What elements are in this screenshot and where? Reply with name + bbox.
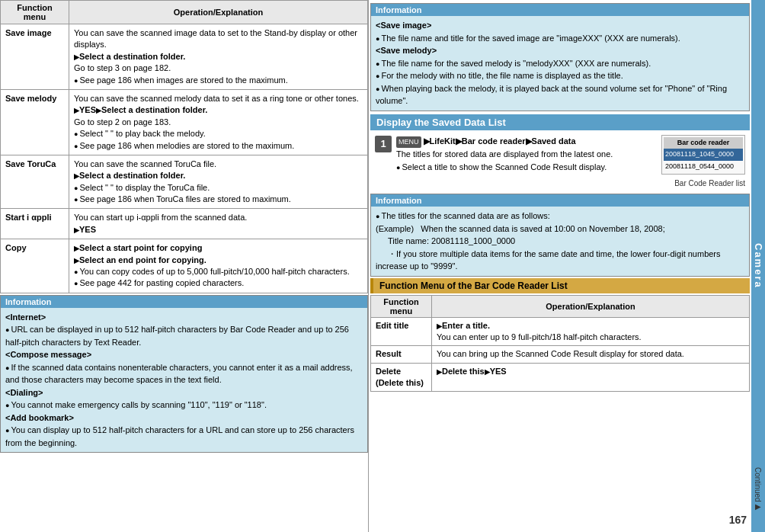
information-box-left: Information <Internet> URL can be displa… [0, 295, 368, 453]
function-start-appli: Start i αppli [1, 209, 69, 239]
info-item: <Compose message> If the scanned data co… [5, 348, 363, 386]
func-delete-exp: Delete thisYES [432, 363, 750, 392]
info-item: <Save image> The file name and title for… [376, 19, 744, 44]
func-delete: Delete (Delete this) [371, 363, 432, 392]
information-box-right-bottom: Information The titles for the scanned d… [370, 194, 750, 277]
barcode-entry-1: 20081118_1045_0000 [664, 149, 743, 161]
table-row: Save ToruCa You can save the scanned Tor… [1, 155, 368, 209]
info-line-4: ・If you store multiple data items for th… [376, 249, 721, 271]
sidebar-camera: Camera [751, 0, 765, 532]
table-row: Edit title Enter a title. You can enter … [371, 317, 750, 346]
table-row: Save melody You can save the scanned mel… [1, 89, 368, 155]
function-save-toruca: Save ToruCa [1, 155, 69, 209]
info-content-right-bottom: The titles for the scanned data are as f… [371, 207, 749, 276]
func-result-exp: You can bring up the Scanned Code Result… [432, 346, 750, 363]
function-save-melody: Save melody [1, 89, 69, 155]
table-row: Result You can bring up the Scanned Code… [371, 346, 750, 363]
explanation-save-image: You can save the scanned image data to s… [69, 24, 368, 90]
info-header-left: Information [1, 296, 367, 308]
barcode-entry-2: 20081118_0544_0000 [664, 161, 743, 173]
info-line-1: The titles for the scanned data are as f… [376, 211, 550, 220]
func-edit-title-exp: Enter a title. You can enter up to 9 ful… [432, 317, 750, 346]
explanation-save-melody: You can save the scanned melody data to … [69, 89, 368, 155]
page-number: 167 [729, 514, 747, 526]
function-copy: Copy [1, 239, 69, 293]
continued-label: Continued▶ [754, 467, 762, 511]
step-bullet: Select a title to show the Scanned Code … [396, 162, 607, 171]
section-heading-display: Display the Saved Data List [370, 114, 750, 130]
func-edit-title: Edit title [371, 317, 432, 346]
function-table: Function menu Operation/Explanation Save… [0, 0, 368, 293]
col-header-operation: Operation/Explanation [69, 1, 368, 24]
info-header-right-bottom: Information [371, 194, 749, 207]
info-item: <Add bookmark> You can display up to 512… [5, 412, 363, 450]
explanation-start-appli: You can start up i-αppli from the scanne… [69, 209, 368, 239]
sidebar-label: Camera [753, 243, 764, 289]
table-row: Start i αppli You can start up i-αppli f… [1, 209, 368, 239]
table-row: Delete (Delete this) Delete thisYES [371, 363, 750, 392]
function-menu-table: Function menu Operation/Explanation Edit… [370, 295, 750, 393]
barcode-image: Bar code reader 20081118_1045_0000 20081… [661, 135, 745, 175]
explanation-save-toruca: You can save the scanned ToruCa file. Se… [69, 155, 368, 209]
info-line-2: (Example) When the scanned data is saved… [376, 224, 665, 233]
info-item: <Save melody> The file name for the save… [376, 44, 744, 107]
step-number: 1 [375, 136, 392, 152]
barcode-reader-label: Bar Code Reader list [661, 178, 745, 189]
right-wrapper: Information <Save image> The file name a… [369, 0, 765, 532]
step-path: ▶LifeKit▶Bar code reader▶Saved data [424, 136, 576, 146]
function-save-image: Save image [1, 24, 69, 90]
right-panel: Information <Save image> The file name a… [369, 0, 751, 532]
func-col-header-function: Function menu [371, 295, 432, 317]
table-row: Save image You can save the scanned imag… [1, 24, 368, 90]
table-row: Copy Select a start point for copying Se… [1, 239, 368, 293]
right-panel-inner: Information <Save image> The file name a… [369, 0, 751, 532]
info-content-left: <Internet> URL can be displayed in up to… [1, 308, 367, 453]
info-content-right-top: <Save image> The file name and title for… [371, 16, 749, 111]
step-1-content: MENU ▶LifeKit▶Bar code reader▶Saved data… [396, 135, 745, 190]
explanation-copy: Select a start point for copying Select … [69, 239, 368, 293]
menu-icon: MENU [396, 136, 421, 149]
func-menu-section-header: Function Menu of the Bar Code Reader Lis… [370, 278, 750, 293]
func-result: Result [371, 346, 432, 363]
barcode-title: Bar code reader [664, 137, 743, 149]
step-1-row: 1 MENU ▶LifeKit▶Bar code reader▶Saved da… [370, 132, 750, 193]
col-header-function: Function menu [1, 1, 69, 24]
info-header-right-top: Information [371, 4, 749, 16]
step-path-text: MENU ▶LifeKit▶Bar code reader▶Saved data… [396, 135, 613, 174]
step-description: The titles for stored data are displayed… [396, 149, 613, 159]
func-col-header-operation: Operation/Explanation [432, 295, 750, 317]
info-item: <Internet> URL can be displayed in up to… [5, 311, 363, 349]
left-panel: Function menu Operation/Explanation Save… [0, 0, 369, 532]
info-item: <Dialing> You cannot make emergency call… [5, 386, 363, 412]
information-box-right-top: Information <Save image> The file name a… [370, 3, 750, 111]
barcode-display: Bar code reader 20081118_1045_0000 20081… [661, 135, 745, 190]
step-path-row: MENU ▶LifeKit▶Bar code reader▶Saved data… [396, 135, 745, 190]
info-line-3: Title name: 20081118_1000_0000 [376, 236, 515, 245]
